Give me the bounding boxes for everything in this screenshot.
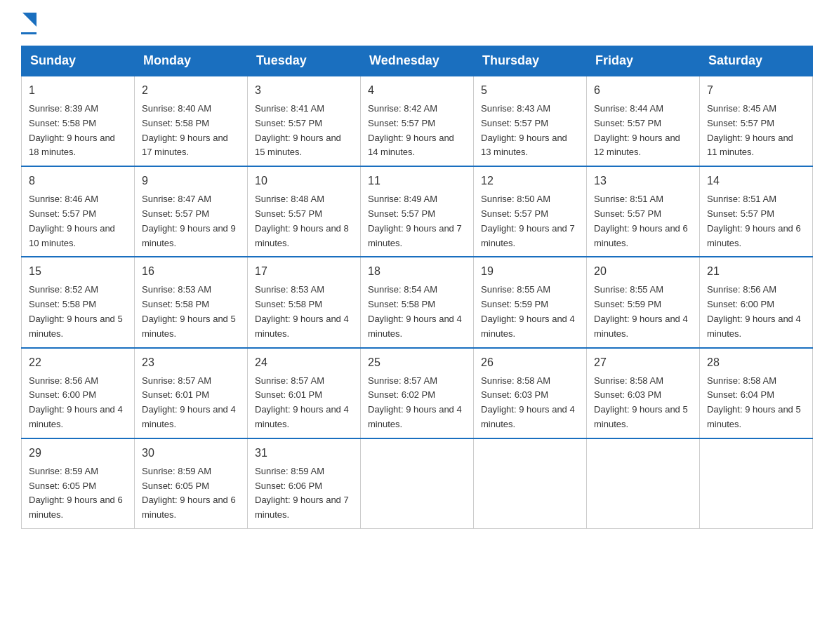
calendar-header-row: SundayMondayTuesdayWednesdayThursdayFrid… bbox=[22, 46, 813, 76]
day-number: 12 bbox=[481, 173, 579, 189]
day-number: 20 bbox=[594, 263, 692, 280]
day-number: 26 bbox=[481, 354, 579, 371]
calendar-cell: 4Sunrise: 8:42 AMSunset: 5:57 PMDaylight… bbox=[361, 76, 474, 166]
day-info: Sunrise: 8:50 AMSunset: 5:57 PMDaylight:… bbox=[481, 192, 579, 250]
day-info: Sunrise: 8:40 AMSunset: 5:58 PMDaylight:… bbox=[142, 102, 240, 160]
day-info: Sunrise: 8:44 AMSunset: 5:57 PMDaylight:… bbox=[594, 102, 692, 160]
day-info: Sunrise: 8:57 AMSunset: 6:02 PMDaylight:… bbox=[368, 374, 466, 432]
day-number: 9 bbox=[142, 173, 240, 189]
day-number: 27 bbox=[594, 354, 692, 371]
page-header bbox=[21, 14, 813, 34]
calendar-cell bbox=[700, 438, 813, 529]
day-info: Sunrise: 8:59 AMSunset: 6:05 PMDaylight:… bbox=[29, 464, 127, 523]
day-info: Sunrise: 8:55 AMSunset: 5:59 PMDaylight:… bbox=[594, 283, 692, 341]
day-info: Sunrise: 8:45 AMSunset: 5:57 PMDaylight:… bbox=[707, 102, 805, 160]
header-monday: Monday bbox=[135, 46, 248, 76]
calendar-cell: 7Sunrise: 8:45 AMSunset: 5:57 PMDaylight… bbox=[700, 76, 813, 166]
calendar-cell: 14Sunrise: 8:51 AMSunset: 5:57 PMDayligh… bbox=[700, 166, 813, 257]
day-info: Sunrise: 8:43 AMSunset: 5:57 PMDaylight:… bbox=[481, 102, 579, 160]
calendar-cell: 24Sunrise: 8:57 AMSunset: 6:01 PMDayligh… bbox=[248, 348, 361, 438]
calendar-week-2: 8Sunrise: 8:46 AMSunset: 5:57 PMDaylight… bbox=[22, 166, 813, 257]
calendar-cell: 23Sunrise: 8:57 AMSunset: 6:01 PMDayligh… bbox=[135, 348, 248, 438]
calendar-cell: 31Sunrise: 8:59 AMSunset: 6:06 PMDayligh… bbox=[248, 438, 361, 529]
calendar-week-5: 29Sunrise: 8:59 AMSunset: 6:05 PMDayligh… bbox=[22, 438, 813, 529]
calendar-cell: 25Sunrise: 8:57 AMSunset: 6:02 PMDayligh… bbox=[361, 348, 474, 438]
day-number: 18 bbox=[368, 263, 466, 280]
day-number: 2 bbox=[142, 82, 240, 99]
day-info: Sunrise: 8:56 AMSunset: 6:00 PMDaylight:… bbox=[707, 283, 805, 341]
calendar-week-3: 15Sunrise: 8:52 AMSunset: 5:58 PMDayligh… bbox=[22, 257, 813, 347]
day-info: Sunrise: 8:58 AMSunset: 6:04 PMDaylight:… bbox=[707, 374, 805, 432]
calendar-cell: 1Sunrise: 8:39 AMSunset: 5:58 PMDaylight… bbox=[22, 76, 135, 166]
calendar-cell: 26Sunrise: 8:58 AMSunset: 6:03 PMDayligh… bbox=[474, 348, 587, 438]
calendar-cell bbox=[361, 438, 474, 529]
day-info: Sunrise: 8:53 AMSunset: 5:58 PMDaylight:… bbox=[255, 283, 353, 341]
day-number: 25 bbox=[368, 354, 466, 371]
day-number: 4 bbox=[368, 82, 466, 99]
calendar-cell: 2Sunrise: 8:40 AMSunset: 5:58 PMDaylight… bbox=[135, 76, 248, 166]
calendar-cell: 3Sunrise: 8:41 AMSunset: 5:57 PMDaylight… bbox=[248, 76, 361, 166]
calendar-cell: 10Sunrise: 8:48 AMSunset: 5:57 PMDayligh… bbox=[248, 166, 361, 257]
day-info: Sunrise: 8:42 AMSunset: 5:57 PMDaylight:… bbox=[368, 102, 466, 160]
day-info: Sunrise: 8:46 AMSunset: 5:57 PMDaylight:… bbox=[29, 192, 127, 250]
header-tuesday: Tuesday bbox=[248, 46, 361, 76]
day-number: 31 bbox=[255, 445, 353, 462]
header-sunday: Sunday bbox=[22, 46, 135, 76]
day-info: Sunrise: 8:52 AMSunset: 5:58 PMDaylight:… bbox=[29, 283, 127, 341]
day-info: Sunrise: 8:49 AMSunset: 5:57 PMDaylight:… bbox=[368, 192, 466, 250]
day-number: 15 bbox=[29, 263, 127, 280]
calendar-cell: 8Sunrise: 8:46 AMSunset: 5:57 PMDaylight… bbox=[22, 166, 135, 257]
day-number: 11 bbox=[368, 173, 466, 189]
calendar-cell: 27Sunrise: 8:58 AMSunset: 6:03 PMDayligh… bbox=[587, 348, 700, 438]
logo-underline bbox=[21, 32, 37, 34]
day-number: 1 bbox=[29, 82, 127, 99]
calendar-cell: 5Sunrise: 8:43 AMSunset: 5:57 PMDaylight… bbox=[474, 76, 587, 166]
day-info: Sunrise: 8:59 AMSunset: 6:06 PMDaylight:… bbox=[255, 464, 353, 523]
calendar-cell: 30Sunrise: 8:59 AMSunset: 6:05 PMDayligh… bbox=[135, 438, 248, 529]
calendar-week-1: 1Sunrise: 8:39 AMSunset: 5:58 PMDaylight… bbox=[22, 76, 813, 166]
calendar-cell: 13Sunrise: 8:51 AMSunset: 5:57 PMDayligh… bbox=[587, 166, 700, 257]
day-info: Sunrise: 8:41 AMSunset: 5:57 PMDaylight:… bbox=[255, 102, 353, 160]
day-info: Sunrise: 8:54 AMSunset: 5:58 PMDaylight:… bbox=[368, 283, 466, 341]
calendar-cell: 21Sunrise: 8:56 AMSunset: 6:00 PMDayligh… bbox=[700, 257, 813, 347]
day-info: Sunrise: 8:51 AMSunset: 5:57 PMDaylight:… bbox=[594, 192, 692, 250]
day-info: Sunrise: 8:56 AMSunset: 6:00 PMDaylight:… bbox=[29, 374, 127, 432]
calendar-cell bbox=[587, 438, 700, 529]
day-info: Sunrise: 8:53 AMSunset: 5:58 PMDaylight:… bbox=[142, 283, 240, 341]
day-number: 13 bbox=[594, 173, 692, 189]
calendar-cell: 9Sunrise: 8:47 AMSunset: 5:57 PMDaylight… bbox=[135, 166, 248, 257]
calendar-cell: 29Sunrise: 8:59 AMSunset: 6:05 PMDayligh… bbox=[22, 438, 135, 529]
day-info: Sunrise: 8:39 AMSunset: 5:58 PMDaylight:… bbox=[29, 102, 127, 160]
day-info: Sunrise: 8:57 AMSunset: 6:01 PMDaylight:… bbox=[142, 374, 240, 432]
day-info: Sunrise: 8:47 AMSunset: 5:57 PMDaylight:… bbox=[142, 192, 240, 250]
day-number: 30 bbox=[142, 445, 240, 462]
calendar-cell: 15Sunrise: 8:52 AMSunset: 5:58 PMDayligh… bbox=[22, 257, 135, 347]
header-saturday: Saturday bbox=[700, 46, 813, 76]
logo bbox=[21, 14, 37, 34]
header-wednesday: Wednesday bbox=[361, 46, 474, 76]
day-number: 23 bbox=[142, 354, 240, 371]
day-number: 24 bbox=[255, 354, 353, 371]
svg-marker-0 bbox=[22, 13, 37, 27]
header-friday: Friday bbox=[587, 46, 700, 76]
calendar-cell: 20Sunrise: 8:55 AMSunset: 5:59 PMDayligh… bbox=[587, 257, 700, 347]
day-info: Sunrise: 8:58 AMSunset: 6:03 PMDaylight:… bbox=[481, 374, 579, 432]
calendar-cell: 18Sunrise: 8:54 AMSunset: 5:58 PMDayligh… bbox=[361, 257, 474, 347]
header-thursday: Thursday bbox=[474, 46, 587, 76]
day-info: Sunrise: 8:57 AMSunset: 6:01 PMDaylight:… bbox=[255, 374, 353, 432]
day-number: 10 bbox=[255, 173, 353, 189]
day-number: 29 bbox=[29, 445, 127, 462]
day-number: 8 bbox=[29, 173, 127, 189]
day-number: 17 bbox=[255, 263, 353, 280]
day-number: 22 bbox=[29, 354, 127, 371]
day-info: Sunrise: 8:58 AMSunset: 6:03 PMDaylight:… bbox=[594, 374, 692, 432]
calendar-cell: 12Sunrise: 8:50 AMSunset: 5:57 PMDayligh… bbox=[474, 166, 587, 257]
calendar-cell: 22Sunrise: 8:56 AMSunset: 6:00 PMDayligh… bbox=[22, 348, 135, 438]
day-number: 21 bbox=[707, 263, 805, 280]
day-info: Sunrise: 8:59 AMSunset: 6:05 PMDaylight:… bbox=[142, 464, 240, 523]
logo-arrow-icon bbox=[22, 13, 37, 29]
calendar-cell bbox=[474, 438, 587, 529]
day-number: 28 bbox=[707, 354, 805, 371]
day-number: 14 bbox=[707, 173, 805, 189]
day-info: Sunrise: 8:48 AMSunset: 5:57 PMDaylight:… bbox=[255, 192, 353, 250]
